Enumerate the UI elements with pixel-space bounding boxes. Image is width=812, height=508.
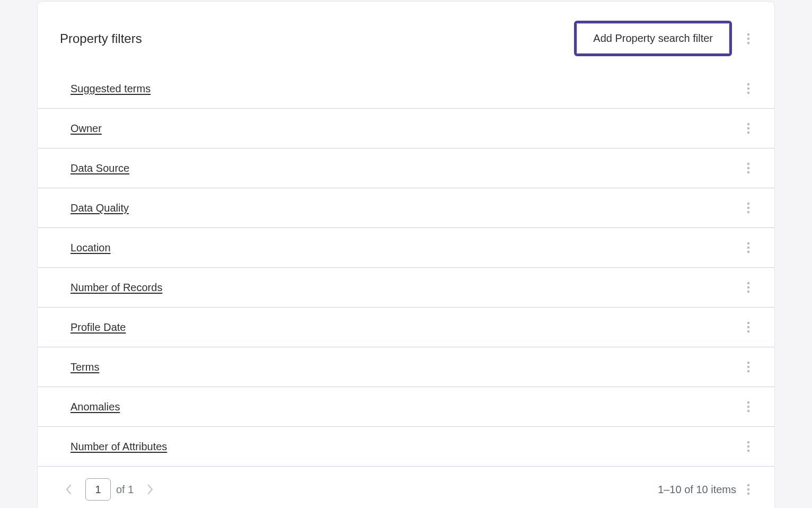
- filter-link-location[interactable]: Location: [70, 242, 739, 254]
- svg-point-29: [747, 410, 749, 412]
- filter-link-number-of-attributes[interactable]: Number of Attributes: [70, 441, 739, 453]
- items-range-label: 1–10 of 10 items: [658, 484, 736, 496]
- svg-point-8: [747, 132, 749, 134]
- next-page-button[interactable]: [141, 480, 159, 498]
- row-more-menu[interactable]: [739, 398, 757, 416]
- more-vertical-icon: [747, 242, 750, 253]
- more-vertical-icon: [747, 83, 750, 94]
- list-item: Number of Attributes: [38, 427, 774, 467]
- more-vertical-icon: [747, 441, 750, 452]
- svg-point-31: [747, 445, 749, 448]
- list-item: Profile Date: [38, 308, 774, 347]
- add-property-search-filter-button[interactable]: Add Property search filter: [577, 23, 729, 54]
- svg-point-25: [747, 366, 749, 368]
- filter-link-data-quality[interactable]: Data Quality: [70, 202, 739, 214]
- svg-point-16: [747, 247, 749, 249]
- svg-point-33: [747, 484, 749, 486]
- row-more-menu[interactable]: [739, 318, 757, 336]
- svg-point-28: [747, 406, 749, 408]
- header-more-menu[interactable]: [739, 30, 757, 48]
- previous-page-button[interactable]: [60, 480, 78, 498]
- svg-point-15: [747, 242, 749, 244]
- list-item: Data Source: [38, 148, 774, 188]
- current-page-input[interactable]: [85, 478, 111, 501]
- svg-point-4: [747, 87, 749, 90]
- pagination-footer: of 1 1–10 of 10 items: [38, 467, 774, 508]
- filter-link-terms[interactable]: Terms: [70, 361, 739, 373]
- filter-link-suggested-terms[interactable]: Suggested terms: [70, 83, 739, 95]
- svg-point-27: [747, 401, 749, 404]
- svg-point-13: [747, 207, 749, 209]
- more-vertical-icon: [747, 282, 750, 293]
- row-more-menu[interactable]: [739, 119, 757, 137]
- svg-point-26: [747, 370, 749, 372]
- panel-title: Property filters: [60, 31, 574, 46]
- list-item: Data Quality: [38, 188, 774, 228]
- svg-point-19: [747, 286, 749, 288]
- total-pages-label: of 1: [116, 484, 134, 496]
- filter-link-number-of-records[interactable]: Number of Records: [70, 282, 739, 294]
- svg-point-30: [747, 441, 749, 443]
- list-item: Owner: [38, 109, 774, 148]
- list-item: Suggested terms: [38, 69, 774, 109]
- footer-more-menu[interactable]: [739, 480, 757, 498]
- svg-point-21: [747, 322, 749, 324]
- svg-point-1: [747, 37, 749, 39]
- more-vertical-icon: [747, 321, 750, 333]
- svg-point-17: [747, 251, 749, 253]
- svg-point-3: [747, 83, 749, 85]
- list-item: Location: [38, 228, 774, 268]
- row-more-menu[interactable]: [739, 199, 757, 217]
- svg-point-22: [747, 326, 749, 328]
- svg-point-18: [747, 282, 749, 284]
- svg-point-23: [747, 330, 749, 332]
- svg-point-10: [747, 167, 749, 169]
- chevron-right-icon: [146, 484, 154, 495]
- filter-link-data-source[interactable]: Data Source: [70, 162, 739, 174]
- more-vertical-icon: [747, 162, 750, 174]
- panel-header: Property filters Add Property search fil…: [38, 2, 774, 69]
- svg-point-35: [747, 493, 749, 495]
- filter-link-anomalies[interactable]: Anomalies: [70, 401, 739, 413]
- svg-point-24: [747, 362, 749, 364]
- list-item: Number of Records: [38, 268, 774, 308]
- more-vertical-icon: [747, 361, 750, 373]
- filter-link-owner[interactable]: Owner: [70, 122, 739, 135]
- more-vertical-icon: [747, 33, 750, 45]
- more-vertical-icon: [747, 401, 750, 413]
- list-item: Anomalies: [38, 387, 774, 427]
- svg-point-9: [747, 163, 749, 165]
- svg-point-11: [747, 171, 749, 173]
- property-filters-panel: Property filters Add Property search fil…: [37, 1, 775, 508]
- svg-point-12: [747, 203, 749, 205]
- row-more-menu[interactable]: [739, 437, 757, 456]
- svg-point-32: [747, 450, 749, 452]
- row-more-menu[interactable]: [739, 278, 757, 296]
- row-more-menu[interactable]: [739, 358, 757, 376]
- svg-point-5: [747, 92, 749, 94]
- row-more-menu[interactable]: [739, 80, 757, 98]
- svg-point-2: [747, 41, 749, 43]
- add-button-highlight: Add Property search filter: [574, 21, 732, 56]
- more-vertical-icon: [747, 122, 750, 134]
- chevron-left-icon: [65, 484, 73, 495]
- more-vertical-icon: [747, 484, 750, 495]
- row-more-menu[interactable]: [739, 239, 757, 257]
- more-vertical-icon: [747, 202, 750, 214]
- svg-point-6: [747, 123, 749, 125]
- filter-link-profile-date[interactable]: Profile Date: [70, 321, 739, 334]
- svg-point-14: [747, 211, 749, 213]
- svg-point-0: [747, 33, 749, 35]
- list-item: Terms: [38, 347, 774, 387]
- svg-point-34: [747, 488, 749, 491]
- svg-point-7: [747, 127, 749, 129]
- svg-point-20: [747, 291, 749, 293]
- filter-list: Suggested terms Owner Data Source Data Q…: [38, 69, 774, 467]
- row-more-menu[interactable]: [739, 159, 757, 177]
